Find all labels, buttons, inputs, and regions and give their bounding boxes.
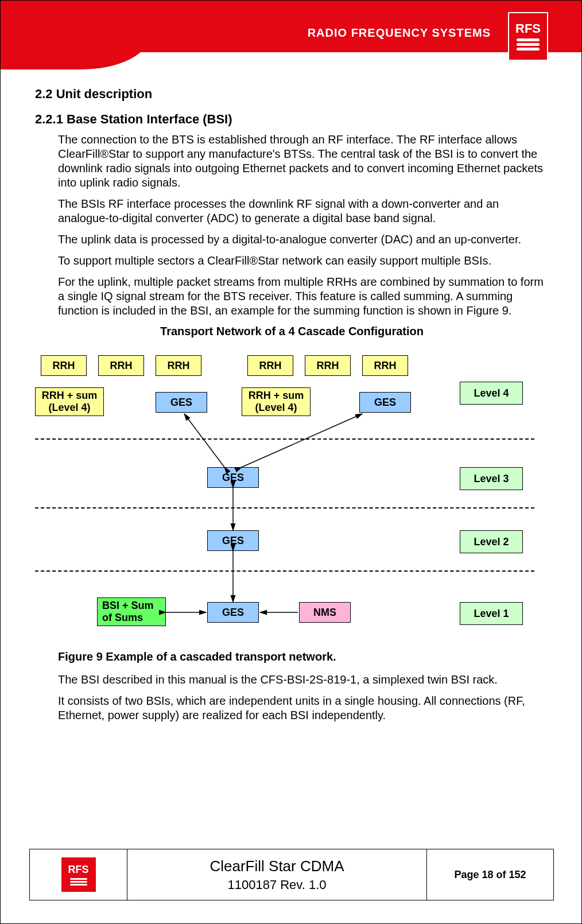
level-1-label: Level 1 (460, 602, 523, 625)
level-2-label: Level 2 (460, 530, 523, 553)
nms-box: NMS (299, 602, 351, 623)
brand-text: RADIO FREQUENCY SYSTEMS (308, 26, 491, 40)
rrh-box: RRH (305, 355, 351, 376)
para-4: To support multiple sectors a ClearFill®… (58, 254, 549, 268)
section-2-2-1-heading: 2.2.1 Base Station Interface (BSI) (35, 112, 549, 127)
wave-icon (517, 38, 540, 51)
footer-page-number: Page 18 of 152 (427, 849, 553, 900)
rrh-box: RRH (41, 355, 87, 376)
main-content: 2.2 Unit description 2.2.1 Base Station … (35, 87, 549, 729)
ges-box: GES (207, 467, 259, 488)
rrh-sum-box: RRH + sum (Level 4) (242, 387, 311, 416)
rrh-box: RRH (362, 355, 408, 376)
divider-line (35, 438, 534, 440)
level-4-label: Level 4 (460, 382, 523, 405)
svg-line-0 (184, 414, 224, 467)
rrh-box: RRH (247, 355, 293, 376)
rrh-box: RRH (156, 355, 201, 376)
diagram-title: Transport Network of a 4 Cascade Configu… (35, 325, 549, 338)
para-5: For the uplink, multiple packet streams … (58, 275, 549, 318)
ges-box: GES (207, 602, 259, 623)
after-para-2: It consists of two BSIs, which are indep… (58, 694, 549, 723)
svg-line-1 (242, 414, 362, 467)
level-3-label: Level 3 (460, 467, 523, 490)
logo-text: RFS (515, 22, 541, 35)
ges-box: GES (207, 530, 259, 551)
rrh-box: RRH (98, 355, 144, 376)
divider-line (35, 570, 534, 572)
ges-box: GES (359, 392, 411, 413)
section-2-2-heading: 2.2 Unit description (35, 87, 549, 102)
figure-caption: Figure 9 Example of a cascaded transport… (58, 650, 549, 663)
para-2: The BSIs RF interface processes the down… (58, 197, 549, 226)
para-1: The connection to the BTS is established… (58, 133, 549, 190)
diagram: RRH RRH RRH RRH RRH RRH RRH + sum (Level… (35, 350, 549, 648)
bsi-box: BSI + Sum of Sums (97, 597, 166, 626)
after-para-1: The BSI described in this manual is the … (58, 673, 549, 687)
wave-icon (70, 878, 87, 886)
para-3: The uplink data is processed by a digita… (58, 232, 549, 247)
divider-line (35, 507, 534, 508)
rrh-sum-box: RRH + sum (Level 4) (35, 387, 104, 416)
footer-logo-cell: RFS (30, 849, 127, 900)
footer-logo-text: RFS (68, 864, 89, 876)
rfs-logo-small: RFS (61, 857, 96, 892)
rfs-logo: RFS (508, 12, 548, 61)
page-footer: RFS ClearFill Star CDMA 1100187 Rev. 1.0… (29, 849, 554, 900)
footer-revision: 1100187 Rev. 1.0 (227, 878, 326, 892)
footer-mid-cell: ClearFill Star CDMA 1100187 Rev. 1.0 (127, 849, 427, 900)
footer-product: ClearFill Star CDMA (209, 857, 344, 875)
ges-box: GES (156, 392, 207, 413)
header-banner: RADIO FREQUENCY SYSTEMS RFS (1, 1, 582, 69)
